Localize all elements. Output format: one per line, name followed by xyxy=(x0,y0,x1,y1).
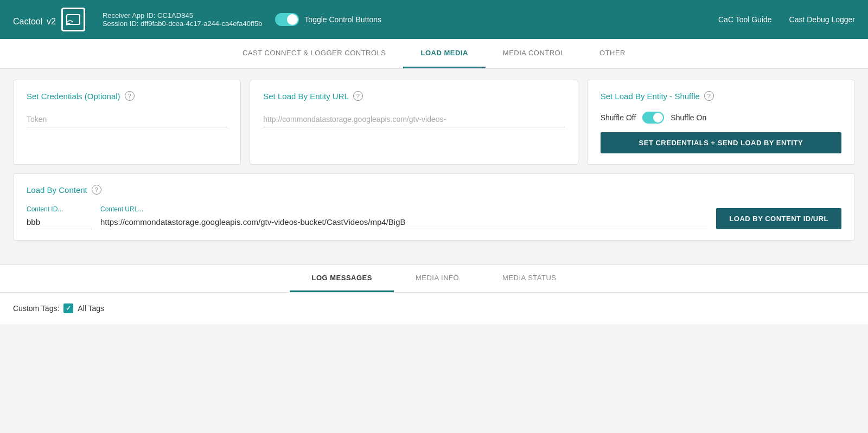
toggle-control-label: Toggle Control Buttons xyxy=(304,15,381,24)
top-cards-row: Set Credentials (Optional) ? Set Load By… xyxy=(13,80,855,165)
svg-point-1 xyxy=(66,24,67,25)
entity-url-input[interactable] xyxy=(263,112,564,127)
shuffle-toggle-row: Shuffle Off Shuffle On xyxy=(601,112,841,124)
credentials-card: Set Credentials (Optional) ? xyxy=(13,80,241,165)
tab-media-status[interactable]: MEDIA STATUS xyxy=(481,265,578,292)
entity-url-card-title: Set Load By Entity URL ? xyxy=(263,91,564,101)
bottom-section: LOG MESSAGES MEDIA INFO MEDIA STATUS Cus… xyxy=(0,264,868,324)
content-url-label: Content URL... xyxy=(100,205,707,213)
tab-other[interactable]: OTHER xyxy=(582,39,643,68)
load-by-content-card: Load By Content ? Content ID... bbb Cont… xyxy=(13,173,855,241)
tab-cast-connect[interactable]: CAST CONNECT & LOGGER CONTROLS xyxy=(225,39,403,68)
cac-tool-guide-link[interactable]: CaC Tool Guide xyxy=(718,15,772,24)
cast-debug-logger-link[interactable]: Cast Debug Logger xyxy=(789,15,855,24)
tab-load-media[interactable]: LOAD MEDIA xyxy=(403,39,485,68)
token-input[interactable] xyxy=(27,112,227,127)
shuffle-toggle[interactable] xyxy=(642,112,664,124)
tab-media-info[interactable]: MEDIA INFO xyxy=(394,265,481,292)
entity-shuffle-card: Set Load By Entity - Shuffle ? Shuffle O… xyxy=(587,80,855,165)
content-id-label: Content ID... xyxy=(27,205,92,213)
entity-shuffle-help-icon[interactable]: ? xyxy=(704,91,714,101)
entity-shuffle-card-title: Set Load By Entity - Shuffle ? xyxy=(601,91,841,101)
main-content: Set Credentials (Optional) ? Set Load By… xyxy=(0,69,868,262)
load-by-content-title: Load By Content ? xyxy=(27,185,841,195)
app-name: Cactool v2 xyxy=(13,11,56,28)
main-tabs: CAST CONNECT & LOGGER CONTROLS LOAD MEDI… xyxy=(0,39,868,69)
session-info-text: Session ID: dff9fab0-dcea-4c17-a244-ca4e… xyxy=(103,20,262,28)
tab-log-messages[interactable]: LOG MESSAGES xyxy=(290,265,393,292)
load-by-content-button[interactable]: LOAD BY CONTENT ID/URL xyxy=(716,208,841,229)
shuffle-off-label: Shuffle Off xyxy=(601,113,636,122)
content-id-group: Content ID... bbb xyxy=(27,205,92,229)
content-url-value[interactable]: https://commondatastorage.googleapis.com… xyxy=(100,215,707,229)
set-credentials-send-load-button[interactable]: SET CREDENTIALS + SEND LOAD BY ENTITY xyxy=(601,132,841,153)
toggle-control-area[interactable]: Toggle Control Buttons xyxy=(275,13,381,26)
all-tags-label: All Tags xyxy=(78,304,104,313)
shuffle-on-label: Shuffle On xyxy=(671,113,706,122)
entity-url-card: Set Load By Entity URL ? xyxy=(250,80,578,165)
app-header: Cactool v2 Receiver App ID: CC1AD845 Ses… xyxy=(0,0,868,39)
toggle-control-switch[interactable] xyxy=(275,13,299,26)
bottom-tabs: LOG MESSAGES MEDIA INFO MEDIA STATUS xyxy=(0,265,868,293)
custom-tags-row: Custom Tags: All Tags xyxy=(13,303,855,313)
load-content-row: Content ID... bbb Content URL... https:/… xyxy=(27,205,841,229)
credentials-card-title: Set Credentials (Optional) ? xyxy=(27,91,227,101)
receiver-info: Receiver App ID: CC1AD845 xyxy=(103,11,262,20)
session-info: Receiver App ID: CC1AD845 Session ID: df… xyxy=(103,11,262,28)
content-id-value[interactable]: bbb xyxy=(27,215,92,229)
logo-area: Cactool v2 xyxy=(13,8,85,31)
entity-url-help-icon[interactable]: ? xyxy=(353,91,363,101)
bottom-content: Custom Tags: All Tags xyxy=(0,293,868,324)
credentials-help-icon[interactable]: ? xyxy=(125,91,135,101)
cast-icon xyxy=(61,8,85,31)
content-url-group: Content URL... https://commondatastorage… xyxy=(100,205,707,229)
tab-media-control[interactable]: MEDIA CONTROL xyxy=(486,39,582,68)
header-nav: CaC Tool Guide Cast Debug Logger xyxy=(718,15,855,24)
load-by-content-help-icon[interactable]: ? xyxy=(92,185,101,195)
custom-tags-label: Custom Tags: xyxy=(13,304,59,313)
all-tags-checkbox[interactable] xyxy=(63,303,73,313)
